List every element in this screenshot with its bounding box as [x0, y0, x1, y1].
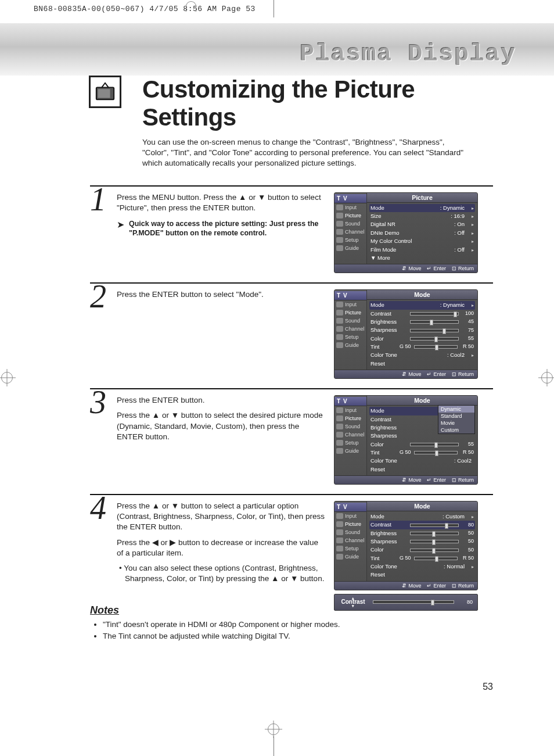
osd-hint-enter: Enter — [427, 583, 446, 589]
osd-row[interactable]: DNIe Demo: Off — [369, 229, 475, 237]
osd-side-item[interactable]: Setup — [334, 333, 366, 341]
osd-row[interactable]: Reset — [369, 571, 475, 579]
osd-row[interactable]: Brightness 45 — [369, 318, 475, 326]
osd-tv-badge: T V — [334, 194, 366, 203]
osd-picture-menu: T V InputPictureSoundChannelSetupGuide P… — [334, 192, 478, 274]
osd-side-item[interactable]: Input — [334, 406, 366, 414]
osd-tv-badge: T V — [334, 291, 366, 300]
osd-row[interactable]: Sharpness 50 — [369, 538, 475, 546]
menu-category-icon — [336, 302, 343, 307]
osd-mode-dropdown[interactable]: DynamicStandardMovieCustom — [438, 405, 475, 434]
osd-side-item[interactable]: Sound — [334, 528, 366, 536]
step-text: Press the ◀ or ▶ button to decrease or i… — [117, 538, 326, 558]
notes-section: Notes "Tint" doesn't operate in HDMI or … — [90, 604, 484, 642]
menu-category-icon — [336, 546, 343, 551]
osd-title: Mode — [367, 501, 477, 511]
osd-side-item[interactable]: Channel — [334, 325, 366, 333]
osd-row[interactable]: Digital NR: On — [369, 220, 475, 228]
tv-icon — [89, 76, 121, 108]
osd-hint-return: Return — [452, 266, 474, 271]
intro-paragraph: You can use the on-screen menus to chang… — [142, 137, 467, 169]
osd-row[interactable]: Color Tone: Normal — [369, 562, 475, 571]
osd-row[interactable]: Size: 16:9 — [369, 212, 475, 220]
osd-title: Picture — [367, 193, 477, 203]
menu-category-icon — [336, 529, 343, 535]
osd-title: Mode — [367, 396, 477, 406]
osd-tv-badge: T V — [334, 397, 366, 406]
osd-row[interactable]: Color 55 — [369, 440, 475, 449]
page-number: 53 — [483, 682, 493, 692]
menu-category-icon — [336, 245, 343, 251]
menu-category-icon — [336, 407, 343, 413]
slider-track[interactable] — [373, 600, 454, 604]
osd-row[interactable]: Color Tone: Cool2 — [369, 457, 475, 465]
dropdown-option[interactable]: Movie — [438, 420, 474, 427]
osd-side-item[interactable]: Guide — [334, 244, 366, 252]
menu-category-icon — [336, 334, 343, 340]
osd-hint-return: Return — [452, 583, 474, 589]
menu-category-icon — [336, 513, 343, 519]
osd-row[interactable]: Tint G 50R 50 — [369, 554, 475, 562]
osd-side-item[interactable]: Picture — [334, 309, 366, 317]
osd-side-item[interactable]: Picture — [334, 520, 366, 528]
osd-side-item[interactable]: Channel — [334, 536, 366, 544]
osd-row[interactable]: Contrast 100 — [369, 310, 475, 318]
step-text: Press the ▲ or ▼ button to select the de… — [117, 410, 326, 442]
osd-title: Mode — [367, 290, 477, 300]
step-text: Press the MENU button. Press the ▲ or ▼ … — [117, 192, 326, 213]
osd-side-item[interactable]: Guide — [334, 447, 366, 455]
osd-side-item[interactable]: Setup — [334, 544, 366, 553]
osd-row[interactable]: Reset — [369, 360, 475, 368]
osd-hint-enter: Enter — [427, 477, 446, 483]
osd-side-item[interactable]: Input — [334, 203, 366, 212]
osd-side-item[interactable]: Input — [334, 300, 366, 309]
osd-side-item[interactable]: Sound — [334, 317, 366, 325]
osd-side-item[interactable]: Sound — [334, 422, 366, 431]
osd-side-item[interactable]: Setup — [334, 236, 366, 244]
osd-row[interactable]: Contrast 80 — [369, 521, 475, 529]
osd-row[interactable]: Film Mode: Off — [369, 246, 475, 254]
osd-row[interactable]: My Color Control — [369, 237, 475, 245]
osd-side-item[interactable]: Guide — [334, 341, 366, 349]
osd-row[interactable]: Reset — [369, 465, 475, 474]
osd-hint-return: Return — [452, 371, 474, 377]
osd-hint-move: Move — [402, 583, 421, 589]
osd-hint-enter: Enter — [427, 266, 446, 271]
osd-side-item[interactable]: Channel — [334, 431, 366, 439]
osd-hint-enter: Enter — [427, 371, 446, 377]
osd-row[interactable]: Color Tone: Cool2 — [369, 351, 475, 359]
osd-side-item[interactable]: Channel — [334, 228, 366, 236]
dropdown-option[interactable]: Dynamic — [438, 406, 474, 413]
crop-mark-icon — [541, 372, 553, 384]
step-number: 1 — [90, 183, 106, 216]
menu-category-icon — [336, 554, 343, 560]
osd-row[interactable]: Sharpness 75 — [369, 326, 475, 334]
osd-row[interactable]: Mode: Dynamic — [369, 301, 475, 309]
menu-category-icon — [336, 538, 343, 543]
dropdown-option[interactable]: Custom — [438, 427, 474, 433]
step-number: 2 — [90, 280, 106, 313]
osd-side-item[interactable]: Input — [334, 512, 366, 520]
menu-category-icon — [336, 318, 343, 324]
osd-side-item[interactable]: Picture — [334, 212, 366, 220]
osd-row[interactable]: Mode: Custom — [369, 513, 475, 521]
osd-row[interactable]: Tint G 50R 50 — [369, 343, 475, 351]
notes-heading: Notes — [90, 604, 484, 617]
osd-side-item[interactable]: Guide — [334, 553, 366, 561]
osd-row[interactable]: Tint G 50R 50 — [369, 449, 475, 457]
osd-side-item[interactable]: Setup — [334, 439, 366, 447]
menu-category-icon — [336, 310, 343, 316]
quick-tip: Quick way to access the picture setting:… — [129, 219, 326, 238]
menu-category-icon — [336, 205, 343, 210]
step-text: Press the ENTER button to select "Mode". — [117, 289, 326, 300]
menu-category-icon — [336, 221, 343, 227]
osd-side-item[interactable]: Picture — [334, 414, 366, 422]
osd-row[interactable]: Color 50 — [369, 546, 475, 554]
osd-row[interactable]: ▼ More — [369, 254, 475, 262]
osd-row[interactable]: Color 55 — [369, 335, 475, 343]
crop-mark-icon — [274, 0, 274, 17]
osd-side-item[interactable]: Sound — [334, 220, 366, 228]
osd-row[interactable]: Mode: Dynamic — [369, 204, 475, 212]
osd-row[interactable]: Brightness 50 — [369, 529, 475, 538]
dropdown-option[interactable]: Standard — [438, 413, 474, 420]
